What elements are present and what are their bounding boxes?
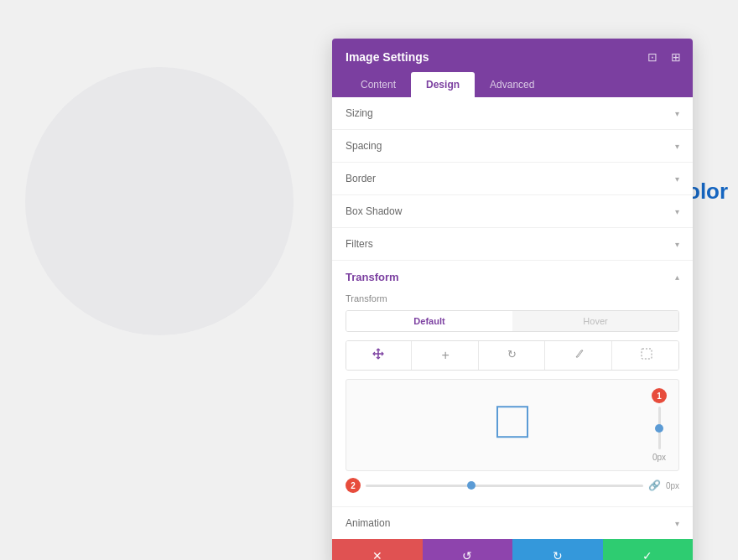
v-slider-badge: 1	[652, 388, 667, 403]
toggle-hover[interactable]: Hover	[512, 311, 678, 331]
tool-scale[interactable]: +	[413, 341, 479, 370]
animation-label: Animation	[346, 517, 390, 529]
chevron-down-icon: ▾	[675, 109, 679, 118]
v-slider-value: 0px	[652, 453, 666, 462]
chevron-down-icon: ▾	[675, 519, 679, 528]
tab-design[interactable]: Design	[411, 72, 475, 97]
chevron-down-icon: ▾	[675, 174, 679, 184]
transform-body: Transform Default Hover	[332, 293, 693, 506]
transform-header[interactable]: Transform ▴	[332, 261, 693, 293]
background-circle	[25, 67, 294, 335]
action-bar: ✕ ↺ ↻ ✓	[332, 539, 693, 560]
chevron-down-icon: ▾	[675, 240, 679, 249]
section-sizing[interactable]: Sizing ▾	[332, 97, 693, 130]
v-slider: 1 0px	[652, 388, 667, 462]
default-hover-toggle: Default Hover	[346, 310, 679, 332]
link-icon[interactable]: 🔗	[648, 480, 661, 491]
section-border-label: Border	[346, 173, 376, 184]
h-slider-value: 0px	[666, 481, 679, 490]
undo-button[interactable]: ↺	[423, 539, 513, 560]
section-box-shadow-label: Box Shadow	[346, 205, 402, 217]
save-button[interactable]: ✓	[603, 539, 694, 560]
transform-preview-square	[496, 406, 528, 438]
h-slider: 2 🔗 0px	[346, 474, 679, 493]
tab-content[interactable]: Content	[346, 72, 411, 97]
section-box-shadow[interactable]: Box Shadow ▾	[332, 195, 693, 228]
section-spacing[interactable]: Spacing ▾	[332, 130, 693, 163]
section-animation[interactable]: Animation ▾	[332, 507, 693, 539]
v-slider-track[interactable]	[658, 407, 661, 449]
cancel-button[interactable]: ✕	[332, 539, 423, 560]
h-slider-thumb[interactable]	[467, 481, 476, 490]
svg-rect-2	[642, 349, 652, 359]
tool-skew[interactable]	[547, 341, 612, 370]
tab-bar: Content Design Advanced	[346, 72, 679, 97]
chevron-down-icon: ▾	[675, 207, 679, 216]
redo-button[interactable]: ↻	[512, 539, 603, 560]
minimize-icon[interactable]: ⊡	[644, 49, 661, 65]
expand-icon[interactable]: ⊞	[668, 49, 684, 65]
chevron-up-icon: ▴	[675, 272, 679, 282]
panel-header-icons: ⊡ ⊞	[644, 49, 684, 65]
tab-advanced[interactable]: Advanced	[475, 72, 549, 97]
h-slider-track[interactable]	[366, 485, 643, 487]
tool-origin[interactable]	[614, 341, 678, 370]
transform-sublabel: Transform	[346, 293, 679, 303]
section-transform: Transform ▴ Transform Default Hover	[332, 261, 693, 507]
section-border[interactable]: Border ▾	[332, 163, 693, 195]
v-slider-thumb[interactable]	[655, 424, 663, 433]
panel-title: Image Settings	[346, 50, 679, 64]
section-filters[interactable]: Filters ▾	[332, 228, 693, 261]
toggle-default[interactable]: Default	[346, 311, 512, 331]
section-sizing-label: Sizing	[346, 107, 373, 119]
tool-rotate[interactable]: ↻	[481, 341, 546, 370]
transform-tools: + ↻	[346, 340, 679, 371]
h-slider-badge: 2	[346, 478, 361, 493]
chevron-down-icon: ▾	[675, 142, 679, 151]
transform-canvas: 1 0px	[346, 379, 679, 471]
panel-header: Image Settings ⊡ ⊞ Content Design Advanc…	[332, 39, 693, 97]
transform-title: Transform	[346, 271, 399, 283]
tool-move[interactable]	[346, 341, 412, 370]
section-spacing-label: Spacing	[346, 140, 382, 152]
image-settings-panel: Image Settings ⊡ ⊞ Content Design Advanc…	[332, 39, 693, 560]
section-filters-label: Filters	[346, 238, 373, 250]
blue-letters: olor	[687, 179, 728, 204]
panel-body: Sizing ▾ Spacing ▾ Border ▾ Box Shadow ▾…	[332, 97, 693, 560]
